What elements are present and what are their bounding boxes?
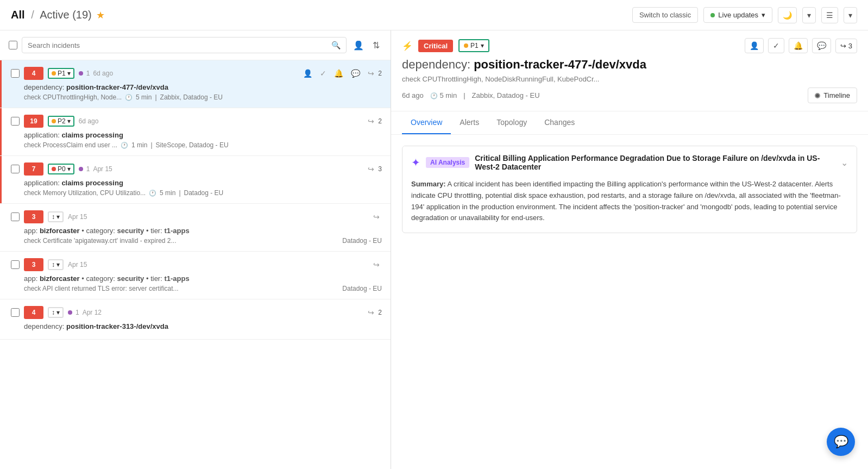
search-input[interactable] bbox=[28, 41, 331, 49]
acknowledge-detail-button[interactable]: ✓ bbox=[768, 38, 784, 53]
chevron-down-button[interactable]: ▾ bbox=[802, 7, 816, 23]
critical-badge: Critical bbox=[418, 40, 453, 52]
alert-button[interactable]: 🔔 bbox=[332, 68, 345, 79]
incident-top: 7 P0 ▾ 1 Apr 15 ↪ bbox=[11, 162, 382, 176]
priority-bar bbox=[0, 60, 2, 108]
live-dot bbox=[710, 13, 715, 17]
search-bar: 🔍 👤 ⇅ bbox=[0, 30, 391, 60]
header-left: All / Active (19) ★ bbox=[11, 9, 105, 21]
incident-title: dependency: position-tracker-313-/dev/xv… bbox=[11, 322, 382, 330]
priority-dot bbox=[52, 119, 56, 123]
ai-analysis-section: ✦ AI Analysis Critical Billing Applicati… bbox=[402, 146, 857, 233]
severity-badge: 19 bbox=[24, 115, 43, 128]
incident-actions: ↪ bbox=[371, 211, 382, 222]
forward-count: ↪ 2 bbox=[366, 116, 382, 127]
tab-changes[interactable]: Changes bbox=[536, 111, 583, 134]
incident-top: 3 ↕ ▾ Apr 15 ↪ bbox=[11, 258, 382, 271]
forward-button[interactable]: ↪ bbox=[371, 211, 382, 222]
forward-button[interactable]: ↪ bbox=[366, 116, 376, 127]
alert-dot bbox=[79, 71, 83, 76]
chat-fab-button[interactable]: 💬 bbox=[827, 428, 855, 456]
incident-checkbox[interactable] bbox=[11, 117, 20, 126]
chevron-icon: ▾ bbox=[481, 42, 484, 49]
app-container: All / Active (19) ★ Switch to classic Li… bbox=[0, 0, 868, 469]
incident-checkbox[interactable] bbox=[11, 260, 20, 269]
menu-expand-button[interactable]: ▾ bbox=[844, 7, 857, 23]
star-icon[interactable]: ★ bbox=[96, 9, 105, 21]
detail-header: ⚡ Critical P1 ▾ 👤 ✓ 🔔 💬 ↪ 3 bbox=[391, 30, 868, 111]
acknowledge-button[interactable]: ✓ bbox=[318, 68, 329, 79]
ai-analysis-header[interactable]: ✦ AI Analysis Critical Billing Applicati… bbox=[402, 146, 857, 179]
select-all-checkbox[interactable] bbox=[9, 41, 17, 49]
clock-icon: 🕐 bbox=[125, 94, 133, 101]
theme-toggle-button[interactable]: 🌙 bbox=[778, 7, 797, 23]
priority-tag[interactable]: ↕ ▾ bbox=[48, 211, 64, 222]
priority-tag[interactable]: P1 ▾ bbox=[48, 68, 74, 79]
incident-checkbox[interactable] bbox=[11, 212, 20, 221]
incident-item[interactable]: 3 ↕ ▾ Apr 15 ↪ app: bizforcaster bbox=[0, 252, 391, 299]
switch-classic-button[interactable]: Switch to classic bbox=[632, 7, 698, 23]
comment-button[interactable]: 💬 bbox=[349, 68, 362, 79]
left-panel: 🔍 👤 ⇅ 4 P1 ▾ bbox=[0, 30, 391, 469]
severity-badge: 3 bbox=[24, 210, 43, 223]
search-icon: 🔍 bbox=[331, 41, 341, 49]
incident-actions: 👤 ✓ 🔔 💬 ↪ 2 bbox=[301, 68, 382, 79]
p1-priority-tag[interactable]: P1 ▾ bbox=[458, 39, 489, 52]
incident-item[interactable]: 3 ↕ ▾ Apr 15 ↪ app: bizforcaster bbox=[0, 204, 391, 252]
priority-tag[interactable]: P0 ▾ bbox=[48, 164, 74, 174]
detail-meta: 6d ago 🕐 5 min | Zabbix, Datadog - EU Ti… bbox=[402, 87, 857, 103]
chevron-icon: ▾ bbox=[56, 261, 60, 268]
incident-meta: 1 Apr 12 bbox=[68, 309, 102, 316]
forward-button[interactable]: ↪ bbox=[366, 68, 376, 79]
incident-list: 4 P1 ▾ 1 6d ago 👤 ✓ bbox=[0, 60, 391, 469]
incident-meta: 1 6d ago bbox=[79, 70, 113, 77]
incident-item[interactable]: 4 ↕ ▾ 1 Apr 12 ↪ bbox=[0, 299, 391, 340]
incident-item[interactable]: 4 P1 ▾ 1 6d ago 👤 ✓ bbox=[0, 60, 391, 108]
assign-detail-button[interactable]: 👤 bbox=[745, 38, 764, 53]
header-right: Switch to classic Live updates ▾ 🌙 ▾ ☰ ▾ bbox=[632, 7, 857, 23]
timeline-button[interactable]: Timeline bbox=[808, 87, 857, 103]
priority-dot bbox=[52, 71, 56, 76]
assign-filter-button[interactable]: 👤 bbox=[351, 38, 366, 53]
chevron-down-icon: ▾ bbox=[762, 11, 765, 19]
tab-overview[interactable]: Overview bbox=[402, 111, 451, 134]
incident-actions: ↪ 3 bbox=[366, 164, 382, 174]
alert-dot bbox=[79, 167, 83, 171]
assign-button[interactable]: 👤 bbox=[301, 68, 315, 79]
severity-badge: 3 bbox=[24, 258, 43, 271]
incident-top: 3 ↕ ▾ Apr 15 ↪ bbox=[11, 210, 382, 223]
detail-title: dependency: position-tracker-477-/dev/xv… bbox=[402, 58, 857, 72]
bell-detail-button[interactable]: 🔔 bbox=[789, 38, 808, 53]
incident-checkbox[interactable] bbox=[11, 165, 20, 173]
incident-title: dependency: position-tracker-477-/dev/xv… bbox=[11, 83, 382, 91]
incident-subtitle: check Certificate 'apigateway.crt' inval… bbox=[11, 237, 382, 245]
forward-button[interactable]: ↪ bbox=[366, 307, 376, 318]
incident-title: application: claims processing bbox=[11, 179, 382, 187]
comment-detail-button[interactable]: 💬 bbox=[812, 38, 831, 53]
forward-button[interactable]: ↪ bbox=[371, 259, 382, 270]
incident-checkbox[interactable] bbox=[11, 69, 20, 78]
incident-meta: Apr 15 bbox=[68, 261, 87, 268]
priority-tag[interactable]: ↕ ▾ bbox=[48, 259, 64, 270]
search-input-wrap: 🔍 bbox=[22, 37, 347, 53]
sparkle-icon: ✦ bbox=[411, 156, 420, 169]
incident-item[interactable]: 7 P0 ▾ 1 Apr 15 ↪ bbox=[0, 156, 391, 204]
clock-icon: 🕐 bbox=[430, 92, 438, 99]
detail-subtitle: check CPUThrottlingHigh, NodeDiskRunning… bbox=[402, 75, 857, 83]
ai-analysis-body: Summary: A critical incident has been id… bbox=[402, 179, 857, 233]
menu-button[interactable]: ☰ bbox=[821, 7, 838, 23]
forward-button[interactable]: ↪ bbox=[366, 164, 376, 174]
live-updates-button[interactable]: Live updates ▾ bbox=[703, 7, 772, 23]
severity-badge: 7 bbox=[24, 162, 43, 176]
priority-tag[interactable]: ↕ ▾ bbox=[48, 307, 64, 318]
incident-item[interactable]: 19 P2 ▾ 6d ago ↪ 2 bbox=[0, 108, 391, 156]
incident-checkbox[interactable] bbox=[11, 308, 20, 317]
alert-dot bbox=[68, 310, 72, 315]
forward-icon: ↪ bbox=[840, 42, 846, 50]
sort-button[interactable]: ⇅ bbox=[370, 38, 382, 53]
tab-topology[interactable]: Topology bbox=[488, 111, 536, 134]
forward-detail-count[interactable]: ↪ 3 bbox=[835, 39, 857, 53]
priority-tag[interactable]: P2 ▾ bbox=[48, 116, 74, 127]
incident-title: app: bizforcaster • category: security •… bbox=[11, 227, 382, 235]
tab-alerts[interactable]: Alerts bbox=[451, 111, 488, 134]
